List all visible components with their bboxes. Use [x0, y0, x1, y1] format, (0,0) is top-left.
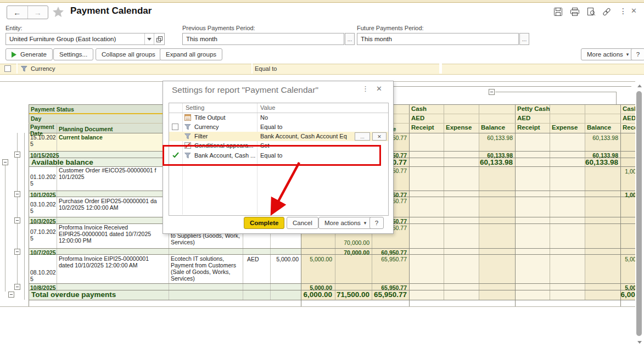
cell-total-balance: 60,950.77 [368, 249, 407, 256]
help-label: ? [636, 51, 640, 58]
favorite-star-icon[interactable] [52, 6, 64, 18]
cell-date: 07.10.2025 [30, 228, 57, 242]
scroll-up-arrow-icon[interactable] [637, 85, 642, 87]
future-period-value[interactable]: This month [357, 36, 518, 42]
entity-value[interactable]: United Furniture Group (East location) [6, 36, 144, 42]
filter-field-name[interactable]: Currency [31, 65, 55, 72]
expand-all-groups-button[interactable]: Expand all groups [160, 48, 222, 60]
cell-amount: 5,000.00 [260, 256, 299, 262]
filter-ellipsis-button[interactable]: ... [355, 132, 370, 141]
settings-label: Settings... [59, 51, 87, 58]
cell-planning-document: Proforma Invoice EIPI25-00000001 dated 1… [59, 255, 149, 268]
cell-cashier-receipt: 5,000.00 [606, 256, 635, 262]
setting-row-currency[interactable]: Currency Equal to [169, 122, 388, 132]
window-top-strip [0, 0, 644, 3]
filter-condition[interactable]: Equal to [255, 65, 277, 72]
cell-total-receipt: 5,000.00 [294, 256, 332, 262]
group-collapse-available-balance[interactable] [2, 159, 8, 165]
previous-period-ellipsis-button[interactable]: ... [345, 33, 355, 45]
group-collapse-10-7[interactable] [14, 249, 20, 255]
header-petty-aed: AED [517, 115, 530, 121]
filter-funnel-icon [21, 66, 27, 72]
column-group-collapse-box[interactable] [489, 89, 495, 95]
header-planning-document: Planning Document [59, 126, 113, 132]
header-day: Day [31, 115, 41, 122]
filter-checkbox[interactable] [4, 65, 11, 72]
filter-clear-button[interactable]: ✕ [372, 132, 387, 141]
cell-petty-balance: 60,133.98 [580, 135, 618, 141]
more-actions-label: More actions [587, 51, 623, 58]
scroll-down-arrow-icon[interactable] [637, 341, 642, 344]
cell-total-expense: 70,000.00 [331, 239, 369, 246]
cell-date: 03.10.2025 [30, 201, 57, 214]
group-collapse-10-15[interactable] [14, 152, 20, 158]
group-collapse-10-3[interactable] [14, 217, 20, 223]
cell-total-balance: 65,950.77 [368, 256, 407, 262]
setting-value: Bank Account, Cash Account Equal to "" [260, 133, 347, 139]
header-cashier-receipt: Receipt [623, 124, 635, 131]
entity-choose-icon[interactable] [154, 33, 164, 44]
dialog-help-label: ? [375, 220, 378, 226]
dialog-close-icon[interactable]: ✕ [376, 85, 382, 93]
setting-value: No [260, 114, 268, 121]
dialog-menu-icon[interactable]: ⋮ [362, 85, 369, 93]
group-row-date: 10/7/2025 [30, 249, 56, 256]
print-icon[interactable] [570, 7, 580, 16]
save-icon[interactable] [553, 7, 563, 16]
entity-dropdown-icon[interactable] [144, 33, 154, 44]
future-period-field[interactable]: This month [357, 33, 519, 45]
future-period-label: Future Payments Period: [357, 25, 424, 31]
setting-value: Equal to [260, 124, 282, 130]
header-petty-receipt: Receipt [517, 124, 540, 131]
cell-date: 15.10.2025 [30, 134, 57, 147]
cell-total-balance: 65,950.77 [364, 290, 407, 299]
annotation-arrow [250, 154, 321, 220]
forward-button[interactable]: → [28, 6, 48, 19]
group-row-date: 10/3/2025 [30, 218, 56, 225]
dialog-help-button[interactable]: ? [369, 217, 384, 229]
toolbar-menu-icon[interactable]: ⋮ [619, 7, 627, 15]
header-cash-receipt: Receipt [411, 124, 434, 131]
setting-row-title-output[interactable]: Title Output No [169, 113, 388, 122]
get-link-icon[interactable] [602, 7, 612, 16]
dialog-more-actions-button[interactable]: More actions ▾ [318, 217, 372, 229]
header-cashier: Cash I [623, 105, 635, 112]
cell-date: 01.10.2025 [30, 174, 57, 187]
setting-row-filter[interactable]: Filter Bank Account, Cash Account Equal … [169, 132, 388, 141]
dialog-title: Settings for report "Payment Calendar" [172, 85, 318, 95]
cell-currency: AED [247, 256, 259, 262]
header-payment-status: Payment Status [31, 106, 74, 113]
collapse-label: Collapse all groups [102, 51, 155, 58]
group-collapse-10-1[interactable] [14, 191, 20, 197]
entity-field[interactable]: United Furniture Group (East location) [5, 33, 165, 45]
window-close-icon[interactable]: ✕ [631, 7, 637, 15]
future-period-ellipsis-button[interactable]: ... [519, 33, 529, 45]
vertical-scrollbar[interactable] [635, 81, 644, 347]
previous-period-field[interactable]: This month [182, 33, 344, 45]
scrollbar-thumb[interactable] [636, 91, 642, 336]
currency-checkbox[interactable] [172, 124, 178, 130]
cell-date: 08.10.2025 [30, 269, 57, 282]
settings-col-value: Value [260, 104, 275, 111]
cell-cashier-receipt: 1,000.00 [606, 192, 635, 198]
help-button[interactable]: ? [631, 48, 644, 60]
previous-period-value[interactable]: This month [183, 36, 344, 42]
header-cashier-aed: AED [623, 115, 635, 121]
group-collapse-total-overdue[interactable] [8, 292, 14, 298]
group-collapse-10-8[interactable] [14, 284, 20, 290]
print-preview-icon[interactable] [586, 7, 596, 16]
filter-funnel-icon [184, 133, 191, 139]
back-button[interactable]: ← [7, 6, 28, 19]
setting-label: Filter [194, 133, 208, 139]
header-cash: Cash [411, 105, 427, 112]
cell-cash-balance: 60,133.98 [469, 158, 513, 166]
cell-cashier-receipt: 1,000.00 [606, 168, 635, 175]
collapse-all-groups-button[interactable]: Collapse all groups [96, 48, 161, 60]
generate-button[interactable]: Generate [5, 48, 53, 60]
filter-divider [16, 64, 18, 74]
more-actions-button[interactable]: More actions ▾ [581, 48, 635, 60]
filter-bar [0, 64, 644, 75]
settings-button[interactable]: Settings... [53, 48, 93, 60]
previous-period-label: Previous Payments Period: [182, 25, 255, 31]
header-cash-expense: Expense [446, 124, 472, 131]
